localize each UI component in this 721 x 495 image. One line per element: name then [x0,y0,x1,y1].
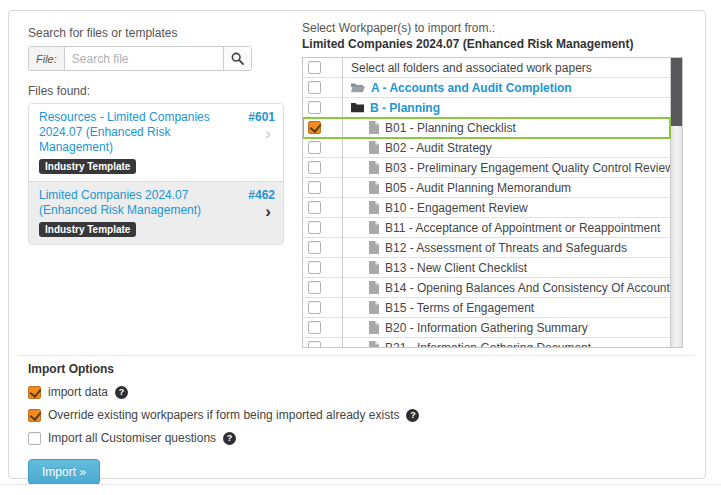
folder-open-icon [351,82,365,93]
option-checkbox[interactable] [28,409,41,422]
import-options-list: import data?Override existing workpapers… [28,385,419,445]
row-label: B20 - Information Gathering Summary [385,321,588,335]
checkbox-cell [303,138,343,157]
select-workpaper-label: Select Workpaper(s) to import from.: [302,21,683,36]
file-item[interactable]: Resources - Limited Companies 2024.07 (E… [29,104,283,181]
file-icon [369,161,379,174]
file-icon [369,261,379,274]
checkbox-cell [303,338,343,348]
files-found-label: Files found: [28,84,284,98]
row-checkbox[interactable] [308,321,321,334]
help-icon[interactable]: ? [115,386,128,399]
section-divider [19,355,695,356]
table-row[interactable]: B11 - Acceptance of Appointment or Reapp… [303,218,670,238]
row-content-cell: B03 - Preliminary Engagement Quality Con… [343,158,670,177]
table-row[interactable]: B14 - Opening Balances And Consistency O… [303,278,670,298]
workpaper-panel: Select Workpaper(s) to import from.: Lim… [302,21,683,348]
scrollbar[interactable] [670,58,682,347]
row-label: B15 - Terms of Engagement [385,301,534,315]
row-label: B02 - Audit Strategy [385,141,492,155]
checkbox-cell [303,78,343,97]
help-icon[interactable]: ? [223,432,236,445]
help-icon[interactable]: ? [406,409,419,422]
files-list: Resources - Limited Companies 2024.07 (E… [28,103,284,245]
option-checkbox[interactable] [28,386,41,399]
chevron-right-icon[interactable]: › [265,128,275,140]
search-icon [231,52,244,65]
row-content-cell: B15 - Terms of Engagement [343,298,670,317]
table-row[interactable]: B20 - Information Gathering Summary [303,318,670,338]
table-row[interactable]: B21 - Information Gathering Document [303,338,670,348]
page-bottom-rule [0,484,721,485]
table-row[interactable]: Select all folders and associated work p… [303,58,670,78]
file-icon [369,221,379,234]
checkbox-cell [303,178,343,197]
row-label: B01 - Planning Checklist [385,121,516,135]
import-option[interactable]: Override existing workpapers if form bei… [28,408,419,422]
industry-template-badge: Industry Template [39,159,136,174]
row-checkbox[interactable] [308,81,321,94]
file-number: #601 [248,110,275,124]
table-row[interactable]: B - Planning [303,98,670,118]
option-checkbox[interactable] [28,432,41,445]
row-checkbox[interactable] [308,121,321,134]
row-checkbox[interactable] [308,221,321,234]
row-label: B05 - Audit Planning Memorandum [385,181,571,195]
row-checkbox[interactable] [308,201,321,214]
file-title-link[interactable]: Resources - Limited Companies 2024.07 (E… [39,110,227,155]
file-icon [369,181,379,194]
search-input[interactable] [65,47,223,70]
row-checkbox[interactable] [308,301,321,314]
table-row[interactable]: B15 - Terms of Engagement [303,298,670,318]
row-checkbox[interactable] [308,261,321,274]
scrollbar-thumb[interactable] [671,58,682,126]
workpaper-rows: Select all folders and associated work p… [303,58,670,348]
file-icon [369,201,379,214]
table-row[interactable]: B12 - Assessment of Threats and Safeguar… [303,238,670,258]
table-row[interactable]: A - Accounts and Audit Completion [303,78,670,98]
row-label: B13 - New Client Checklist [385,261,527,275]
file-icon [369,321,379,334]
file-item[interactable]: Limited Companies 2024.07 (Enhanced Risk… [29,181,283,244]
import-option[interactable]: import data? [28,385,419,399]
table-row[interactable]: B03 - Preliminary Engagement Quality Con… [303,158,670,178]
checkbox-cell [303,318,343,337]
option-label: Import all Customiser questions [48,431,216,445]
workpaper-table: Select all folders and associated work p… [302,57,683,348]
row-label: B12 - Assessment of Threats and Safeguar… [385,241,627,255]
table-row[interactable]: B02 - Audit Strategy [303,138,670,158]
row-checkbox[interactable] [308,241,321,254]
file-icon [369,241,379,254]
file-number: #462 [248,188,275,202]
row-checkbox[interactable] [308,341,321,348]
table-row[interactable]: B05 - Audit Planning Memorandum [303,178,670,198]
row-label: B14 - Opening Balances And Consistency O… [385,281,670,295]
import-options-heading: Import Options [28,362,419,376]
row-checkbox[interactable] [308,141,321,154]
table-row[interactable]: B01 - Planning Checklist [303,118,670,138]
row-checkbox[interactable] [308,161,321,174]
row-checkbox[interactable] [308,181,321,194]
row-label: B10 - Engagement Review [385,201,528,215]
table-row[interactable]: B10 - Engagement Review [303,198,670,218]
file-title-link[interactable]: Limited Companies 2024.07 (Enhanced Risk… [39,188,227,218]
search-panel-title: Search for files or templates [28,26,284,40]
import-option[interactable]: Import all Customiser questions? [28,431,419,445]
table-row[interactable]: B13 - New Client Checklist [303,258,670,278]
row-label: B03 - Preliminary Engagement Quality Con… [385,161,670,175]
file-item-main: Limited Companies 2024.07 (Enhanced Risk… [39,188,233,237]
row-label: B11 - Acceptance of Appointment or Reapp… [385,221,660,235]
row-checkbox[interactable] [308,281,321,294]
import-button[interactable]: Import » [28,459,100,485]
file-item-meta: #462› [233,188,275,237]
checkbox-cell [303,58,343,77]
file-search-group: File: [28,46,252,71]
checkbox-cell [303,158,343,177]
row-checkbox[interactable] [308,101,321,114]
search-button[interactable] [223,47,251,70]
checkbox-cell [303,198,343,217]
select-all-checkbox[interactable] [308,61,321,74]
chevron-right-icon[interactable]: › [265,206,275,218]
row-content-cell: B10 - Engagement Review [343,198,670,217]
checkbox-cell [303,278,343,297]
